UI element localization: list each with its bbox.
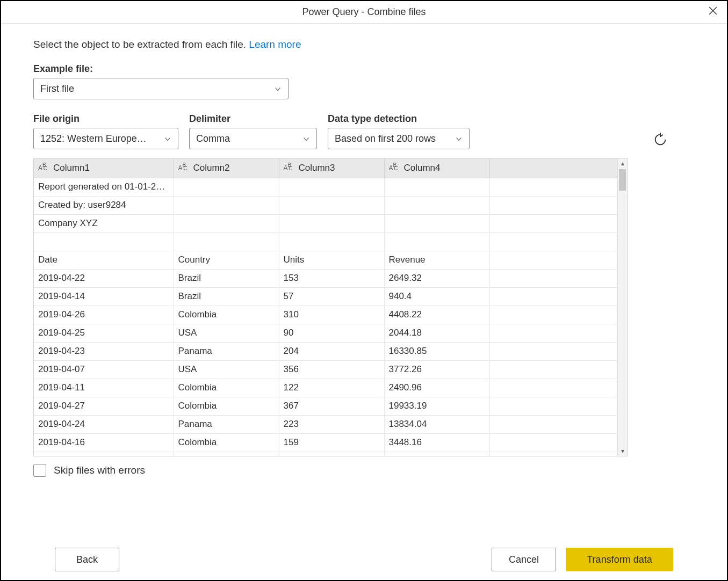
table-cell-empty: [489, 196, 617, 214]
table-cell-empty: [489, 324, 617, 342]
scroll-thumb[interactable]: [619, 169, 626, 191]
table-cell: Date: [34, 251, 174, 269]
intro-text: Select the object to be extracted from e…: [33, 39, 695, 50]
preview-table: ABCColumn1ABCColumn2ABCColumn3ABCColumn4…: [34, 158, 617, 456]
scrollbar[interactable]: ▴ ▾: [617, 158, 627, 456]
table-row[interactable]: 2019-04-23Panama20416330.85: [34, 342, 617, 360]
table-cell-empty: [489, 214, 617, 233]
detection-select[interactable]: Based on first 200 rows: [328, 128, 470, 149]
table-cell-empty: [489, 433, 617, 452]
table-scroll-area: ABCColumn1ABCColumn2ABCColumn3ABCColumn4…: [34, 158, 617, 456]
table-row[interactable]: 2019-04-14Brazil57940.4: [34, 287, 617, 306]
table-cell-empty: [489, 306, 617, 324]
table-cell: 159: [279, 433, 384, 452]
table-cell: [384, 214, 489, 233]
table-row[interactable]: 2019-04-25USA902044.18: [34, 324, 617, 342]
table-cell: 2019-04-25: [34, 324, 174, 342]
table-cell: 3448.16: [384, 433, 489, 452]
table-row[interactable]: 2019-04-11Colombia1222490.96: [34, 379, 617, 397]
table-cell: 2019-04-16: [34, 433, 174, 452]
column-header-empty: [489, 158, 617, 178]
delimiter-field: Delimiter Comma: [189, 113, 317, 149]
column-header-label: Column2: [193, 163, 229, 173]
column-header[interactable]: ABCColumn4: [384, 158, 489, 178]
close-button[interactable]: [704, 3, 722, 20]
text-type-icon: ABC: [284, 164, 295, 172]
table-cell: 2044.18: [384, 324, 489, 342]
table-cell: [174, 233, 279, 251]
refresh-button[interactable]: [653, 132, 668, 149]
table-cell-empty: [489, 287, 617, 306]
table-cell-empty: [489, 233, 617, 251]
file-origin-label: File origin: [33, 113, 178, 125]
text-type-icon: ABC: [38, 164, 50, 172]
table-cell: [174, 178, 279, 196]
table-cell-empty: [489, 360, 617, 379]
table-cell: Colombia: [174, 397, 279, 415]
table-row[interactable]: 2019-04-27Colombia36719933.19: [34, 397, 617, 415]
file-origin-value: 1252: Western Europe…: [40, 133, 147, 144]
learn-more-link[interactable]: Learn more: [249, 39, 301, 50]
table-cell: [174, 214, 279, 233]
table-row[interactable]: [34, 233, 617, 251]
table-cell: 356: [279, 360, 384, 379]
table-row[interactable]: 2019-04-22Brazil1532649.32: [34, 269, 617, 287]
table-cell: 2490.96: [384, 379, 489, 397]
back-button[interactable]: Back: [55, 548, 119, 571]
table-row[interactable]: Company XYZ: [34, 214, 617, 233]
example-file-label: Example file:: [33, 63, 695, 75]
table-row[interactable]: 2019-04-08Canada25814601.34: [34, 452, 617, 456]
table-row[interactable]: Report generated on 01-01-20…: [34, 178, 617, 196]
table-cell-empty: [489, 178, 617, 196]
chevron-down-icon: [302, 133, 310, 144]
table-cell: 2019-04-26: [34, 306, 174, 324]
table-cell: [174, 196, 279, 214]
table-cell: Colombia: [174, 379, 279, 397]
skip-errors-label: Skip files with errors: [54, 464, 145, 476]
column-header[interactable]: ABCColumn2: [174, 158, 279, 178]
skip-errors-checkbox[interactable]: [33, 464, 46, 477]
table-row[interactable]: DateCountryUnitsRevenue: [34, 251, 617, 269]
table-cell: [279, 214, 384, 233]
table-cell: Brazil: [174, 287, 279, 306]
column-header[interactable]: ABCColumn3: [279, 158, 384, 178]
table-row[interactable]: 2019-04-07USA3563772.26: [34, 360, 617, 379]
cancel-button[interactable]: Cancel: [492, 548, 556, 571]
table-cell: [384, 196, 489, 214]
table-cell: 2019-04-08: [34, 452, 174, 456]
options-row: File origin 1252: Western Europe… Delimi…: [33, 113, 695, 149]
table-body: Report generated on 01-01-20…Created by:…: [34, 178, 617, 456]
chevron-down-icon: [455, 133, 463, 144]
table-cell: Revenue: [384, 251, 489, 269]
table-cell: 2019-04-14: [34, 287, 174, 306]
table-row[interactable]: Created by: user9284: [34, 196, 617, 214]
delimiter-label: Delimiter: [189, 113, 317, 125]
transform-data-button[interactable]: Transform data: [566, 548, 673, 571]
intro-text-span: Select the object to be extracted from e…: [33, 39, 249, 50]
table-cell: 223: [279, 415, 384, 433]
example-file-value: First file: [40, 83, 74, 95]
table-row[interactable]: 2019-04-26Colombia3104408.22: [34, 306, 617, 324]
table-row[interactable]: 2019-04-24Panama22313834.04: [34, 415, 617, 433]
column-header-label: Column3: [298, 163, 335, 173]
preview-table-wrapper: ABCColumn1ABCColumn2ABCColumn3ABCColumn4…: [33, 158, 628, 456]
file-origin-select[interactable]: 1252: Western Europe…: [33, 128, 178, 149]
scroll-down-button[interactable]: ▾: [618, 446, 627, 456]
chevron-down-icon: [164, 133, 171, 144]
table-cell-empty: [489, 452, 617, 456]
table-cell: 14601.34: [384, 452, 489, 456]
scroll-up-button[interactable]: ▴: [618, 158, 627, 168]
column-header[interactable]: ABCColumn1: [34, 158, 174, 178]
table-cell: 2019-04-22: [34, 269, 174, 287]
table-row[interactable]: 2019-04-16Colombia1593448.16: [34, 433, 617, 452]
table-cell: [279, 178, 384, 196]
table-cell: 940.4: [384, 287, 489, 306]
example-file-select[interactable]: First file: [33, 78, 289, 99]
table-cell: Panama: [174, 342, 279, 360]
table-cell: Report generated on 01-01-20…: [34, 178, 174, 196]
table-cell: 16330.85: [384, 342, 489, 360]
file-origin-field: File origin 1252: Western Europe…: [33, 113, 178, 149]
delimiter-select[interactable]: Comma: [189, 128, 317, 149]
table-cell: 258: [279, 452, 384, 456]
table-cell-empty: [489, 397, 617, 415]
